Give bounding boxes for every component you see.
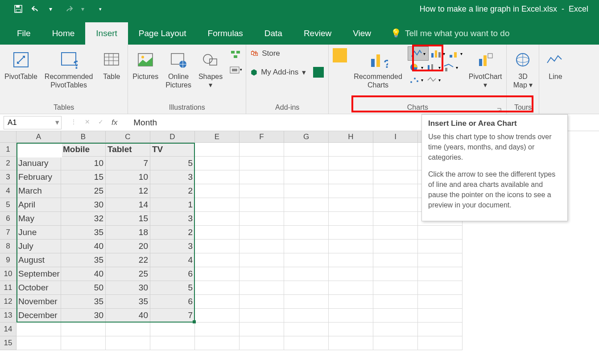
tab-review[interactable]: Review <box>293 22 342 45</box>
column-header-G[interactable]: G <box>284 131 329 143</box>
save-icon[interactable] <box>12 3 24 15</box>
surface-chart-button[interactable]: ▾ <box>425 74 442 86</box>
column-header-B[interactable]: B <box>61 131 106 143</box>
cell[interactable] <box>373 170 418 184</box>
cell[interactable] <box>418 323 463 336</box>
tab-formulas[interactable]: Formulas <box>197 22 254 45</box>
cell[interactable] <box>195 267 240 281</box>
cell[interactable] <box>329 281 373 295</box>
table-button[interactable]: Table <box>98 46 125 83</box>
cell[interactable] <box>418 336 463 350</box>
redo-dropdown-icon[interactable]: ▾ <box>77 3 88 15</box>
cell[interactable] <box>373 184 418 198</box>
pivotchart-button[interactable]: PivotChart▾ <box>467 46 504 91</box>
cell[interactable] <box>240 170 284 184</box>
hierarchy-chart-button[interactable]: ▾ <box>447 46 463 61</box>
cell[interactable]: 5 <box>150 157 195 170</box>
cell[interactable] <box>373 295 418 309</box>
cell[interactable] <box>195 212 240 226</box>
cell[interactable] <box>329 267 373 281</box>
cell[interactable]: December <box>17 309 61 323</box>
cell[interactable] <box>240 336 284 350</box>
shapes-button[interactable]: Shapes▾ <box>197 46 224 91</box>
cell[interactable]: 35 <box>61 295 106 309</box>
cell[interactable]: 40 <box>61 240 106 253</box>
cell[interactable]: September <box>17 267 61 281</box>
row-header-6[interactable]: 6 <box>0 212 17 226</box>
cell[interactable]: 5 <box>150 281 195 295</box>
online-pictures-button[interactable]: Online Pictures <box>164 46 193 91</box>
row-header-9[interactable]: 9 <box>0 253 17 267</box>
cell[interactable]: 2 <box>150 184 195 198</box>
cell[interactable] <box>284 295 329 309</box>
cell[interactable] <box>195 226 240 240</box>
name-box[interactable]: A1 ▾ <box>4 116 62 129</box>
column-chart-button[interactable]: ▾ <box>430 46 446 61</box>
cell[interactable]: August <box>17 253 61 267</box>
cell[interactable] <box>329 198 373 212</box>
cell[interactable]: 18 <box>106 226 150 240</box>
cell[interactable] <box>373 226 418 240</box>
cell[interactable] <box>373 323 418 336</box>
row-header-13[interactable]: 13 <box>0 309 17 323</box>
cell[interactable]: 25 <box>106 267 150 281</box>
cell[interactable] <box>240 184 284 198</box>
cell[interactable] <box>329 295 373 309</box>
statistic-chart-button[interactable]: ▾ <box>425 62 442 73</box>
cell[interactable]: Tablet <box>106 143 150 157</box>
undo-dropdown-icon[interactable]: ▾ <box>45 3 56 15</box>
column-header-I[interactable]: I <box>373 131 418 143</box>
undo-icon[interactable] <box>30 3 42 15</box>
cell[interactable] <box>195 309 240 323</box>
cell[interactable] <box>106 336 150 350</box>
cell[interactable]: 2 <box>150 226 195 240</box>
cell[interactable]: 40 <box>61 267 106 281</box>
cell[interactable] <box>195 323 240 336</box>
cell[interactable] <box>240 267 284 281</box>
cell[interactable]: 35 <box>106 295 150 309</box>
cell[interactable]: 6 <box>150 295 195 309</box>
cell[interactable]: 15 <box>61 170 106 184</box>
cell[interactable] <box>329 323 373 336</box>
cell[interactable] <box>240 323 284 336</box>
cell[interactable] <box>284 170 329 184</box>
row-header-5[interactable]: 5 <box>0 198 17 212</box>
cell[interactable] <box>373 143 418 157</box>
cell[interactable] <box>240 212 284 226</box>
cell[interactable] <box>284 336 329 350</box>
cell[interactable]: 20 <box>106 240 150 253</box>
scatter-chart-button[interactable]: ▾ <box>408 74 424 86</box>
cell[interactable]: 12 <box>106 184 150 198</box>
cell[interactable]: 50 <box>61 281 106 295</box>
recommended-charts-button[interactable]: ? Recommended Charts <box>352 46 404 91</box>
cell[interactable] <box>418 281 463 295</box>
cell[interactable] <box>373 309 418 323</box>
cell[interactable]: 30 <box>61 309 106 323</box>
cell[interactable] <box>61 323 106 336</box>
cell[interactable] <box>195 336 240 350</box>
cell[interactable]: 14 <box>106 198 150 212</box>
cell[interactable] <box>329 336 373 350</box>
my-addins-button[interactable]: ⬢ My Add-ins ▾ <box>249 64 326 80</box>
cell[interactable]: 4 <box>150 253 195 267</box>
cell[interactable] <box>329 157 373 170</box>
cell[interactable] <box>284 184 329 198</box>
cell[interactable]: April <box>17 198 61 212</box>
cell[interactable] <box>284 323 329 336</box>
line-chart-button[interactable]: ▾ <box>408 46 429 61</box>
row-header-8[interactable]: 8 <box>0 240 17 253</box>
cell[interactable]: January <box>17 157 61 170</box>
cell[interactable] <box>195 198 240 212</box>
cell[interactable] <box>329 253 373 267</box>
cell[interactable] <box>195 281 240 295</box>
cell[interactable] <box>373 240 418 253</box>
cell[interactable] <box>195 253 240 267</box>
row-header-1[interactable]: 1 <box>0 143 17 157</box>
column-header-E[interactable]: E <box>195 131 240 143</box>
cell[interactable] <box>240 281 284 295</box>
cell[interactable]: 30 <box>61 198 106 212</box>
sparkline-line-button[interactable]: Line <box>542 46 569 83</box>
cell[interactable] <box>373 253 418 267</box>
pie-chart-button[interactable]: ▾ <box>408 62 424 73</box>
cell[interactable]: July <box>17 240 61 253</box>
